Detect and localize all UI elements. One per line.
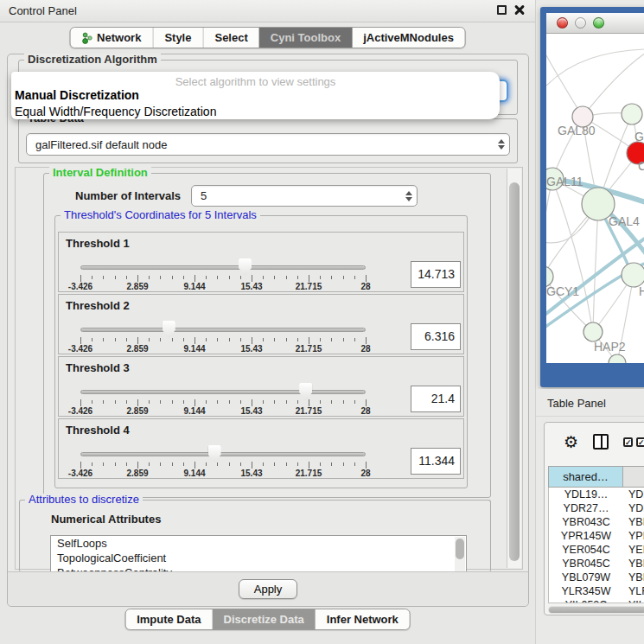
zoom-traffic-light-icon[interactable] [593,17,604,29]
threshold-label: Threshold 1 [66,237,130,250]
tab-style[interactable]: Style [152,28,202,48]
numerical-attributes-list[interactable]: SelfLoopsTopologicalCoefficientBetweenne… [50,535,467,575]
table-row[interactable]: YPR145WYPR1 [549,529,644,543]
slider-handle[interactable] [299,383,312,400]
table-row[interactable]: YIL052CYIL0 [549,598,644,603]
threshold-row: Threshold 1-3.4262.8599.14415.4321.71528… [58,232,464,292]
control-panel-titlebar: Control Panel [0,0,535,22]
tab-label: Cyni Toolbox [271,31,341,44]
bottom-tab-discretize-data[interactable]: Discretize Data [213,609,316,629]
dropdown-option[interactable]: Equal Width/Frequency Discretization [11,104,500,119]
control-panel-title: Control Panel [9,4,77,17]
threshold-row: Threshold 2-3.4262.8599.14415.4321.71528… [58,294,464,354]
select-columns-checkbox-icon[interactable]: ✓ [636,437,644,447]
table-row[interactable]: YDL19…YDL1 [549,488,644,501]
control-panel-tabstrip: NetworkStyleSelectCyni ToolboxjActiveMNo… [69,27,466,48]
network-icon [81,32,92,44]
threshold-value-field[interactable]: 21.4 [411,386,461,412]
cell-shared-name: YDR27… [549,501,623,515]
tab-label: Discretize Data [224,613,304,626]
cell-name: YLR3 [623,584,644,598]
column-header[interactable]: shared… [548,466,622,488]
minimize-traffic-light-icon[interactable] [575,17,586,29]
table-row[interactable]: YBR043CYBR0 [549,515,644,529]
network-node[interactable] [622,263,644,287]
slider-tick-labels: -3.4262.8599.14415.4321.71528 [80,469,366,478]
slider-handle[interactable] [208,445,221,462]
cell-shared-name: YBR043C [549,515,623,529]
threshold-value-field[interactable]: 6.316 [411,323,461,350]
cell-shared-name: YER054C [549,543,623,557]
close-traffic-light-icon[interactable] [557,17,568,29]
tab-jactivemnodules[interactable]: jActiveMNodules [352,28,465,48]
slider-track[interactable] [80,265,366,270]
num-intervals-combobox[interactable]: 5 [191,185,418,207]
node-attribute-table: shared…na YDL19…YDL1YDR27…YDR2YBR043CYBR… [548,466,644,603]
threshold-value-field[interactable]: 11.344 [411,448,461,475]
table-panel-titlebar: Table Panel [536,389,644,417]
attributes-group: Attributes to discretize Numerical Attri… [19,500,491,572]
slider-ticks [80,274,366,282]
settings-scrollbar[interactable] [507,169,521,568]
thresholds-group: Threshold's Coordinates for 5 Intervals … [54,215,468,488]
slider-track[interactable] [80,390,366,394]
threshold-label: Threshold 4 [66,424,130,437]
slider-handle[interactable] [239,258,252,276]
network-canvas[interactable]: GAL80GACGAL11GAL4GCY1HHAP2 [546,34,644,363]
table-row[interactable]: YBR045CYBR0 [549,557,644,571]
slider-ticks [80,399,366,406]
slider-handle[interactable] [163,321,175,338]
network-node[interactable] [583,322,603,341]
dropdown-hint: Select algorithm to view settings [11,72,500,87]
bottom-tab-impute-data[interactable]: Impute Data [125,609,212,629]
dropdown-option[interactable]: Manual Discretization [11,87,500,104]
tab-network[interactable]: Network [70,28,152,48]
combo-stepper-icon [401,191,417,201]
apply-button[interactable]: Apply [239,579,297,599]
slider-ticks [80,461,366,469]
split-columns-icon[interactable] [593,434,609,450]
attribute-list-item[interactable]: TopologicalCoefficient [51,551,466,565]
cell-shared-name: YBL079W [549,571,623,584]
table-data-combobox[interactable]: galFiltered.sif default node [26,133,510,156]
tab-cyni-toolbox[interactable]: Cyni Toolbox [259,28,352,48]
cyni-toolbox-panel: Discretization Algorithm Table Data galF… [7,54,529,607]
float-window-icon[interactable] [497,5,507,15]
cell-shared-name: YLR345W [549,584,623,598]
threshold-row: Threshold 3-3.4262.8599.14415.4321.71528… [58,356,464,417]
cell-name: YBR0 [623,515,644,529]
node-label: GA [634,130,644,143]
numerical-attributes-label: Numerical Attributes [51,513,161,526]
tab-select[interactable]: Select [202,28,258,48]
threshold-value-field[interactable]: 14.713 [411,261,461,288]
network-node[interactable] [622,104,642,124]
cell-shared-name: YDL19… [549,488,623,501]
bottom-tab-infer-network[interactable]: Infer Network [316,609,410,629]
network-view-window[interactable]: GAL80GACGAL11GAL4GCY1HHAP2 [540,7,644,387]
table-row[interactable]: YER054CYER0 [549,543,644,557]
table-data-value: galFiltered.sif default node [27,138,494,151]
select-columns-checkbox-icon[interactable]: ✓ [623,437,633,447]
interval-definition-group: Interval Definition Number of Intervals … [43,173,491,498]
cell-shared-name: YBR045C [549,557,623,571]
table-row[interactable]: YLR345WYLR3 [549,584,644,598]
table-row[interactable]: YDR27…YDR2 [549,501,644,515]
tab-label: Impute Data [137,613,201,626]
attributes-scrollbar[interactable] [455,537,465,575]
node-label: C [638,159,644,173]
num-intervals-value: 5 [192,189,401,202]
table-horizontal-scrollbar[interactable] [548,606,644,614]
slider-track[interactable] [80,328,366,332]
column-header[interactable]: na [622,466,644,488]
table-row[interactable]: YBL079WYBL0 [549,571,644,584]
slider-track[interactable] [80,452,366,456]
close-icon[interactable] [514,4,525,15]
attribute-list-item[interactable]: SelfLoops [51,536,466,551]
threshold-label: Threshold 3 [66,361,130,374]
network-edge[interactable] [593,204,598,332]
node-label: GAL4 [609,214,640,228]
cell-name: YER0 [623,543,644,557]
network-edge[interactable] [546,179,552,258]
gear-icon[interactable]: ⚙ [564,433,578,450]
discretization-algorithm-label: Discretization Algorithm [24,54,161,66]
